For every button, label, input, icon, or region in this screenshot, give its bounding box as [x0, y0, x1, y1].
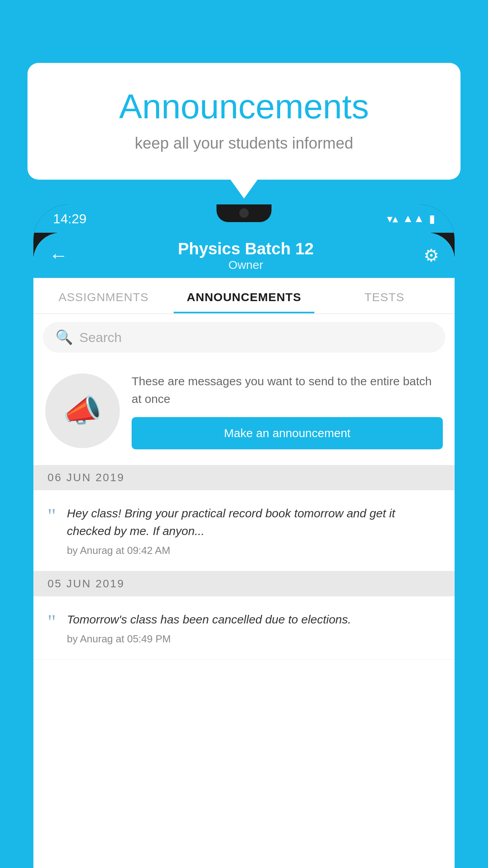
announcement-content-2: Tomorrow's class has been cancelled due …: [67, 611, 351, 645]
tab-tests[interactable]: TESTS: [314, 278, 455, 313]
announcement-text-2: Tomorrow's class has been cancelled due …: [67, 611, 351, 628]
status-bar: 14:29 ▾▴ ▲▲ ▮: [33, 204, 455, 233]
megaphone-icon: 📣: [63, 392, 102, 429]
status-time: 14:29: [53, 211, 86, 226]
announcement-promo: 📣 These are messages you want to send to…: [33, 360, 455, 465]
phone-notch: [216, 204, 272, 222]
speech-bubble: Announcements keep all your students inf…: [28, 63, 460, 180]
settings-icon[interactable]: ⚙: [424, 245, 439, 265]
quote-icon-1: ": [48, 506, 56, 526]
back-button[interactable]: ←: [49, 245, 68, 266]
bubble-title: Announcements: [59, 86, 429, 127]
search-icon: 🔍: [55, 329, 73, 346]
bubble-subtitle: keep all your students informed: [59, 134, 429, 152]
announcement-by-1: by Anurag at 09:42 AM: [67, 544, 440, 557]
tab-announcements[interactable]: ANNOUNCEMENTS: [174, 278, 314, 313]
owner-subtitle: Owner: [178, 258, 314, 272]
phone-frame: 14:29 ▾▴ ▲▲ ▮ ← Physics Batch 12 Owner ⚙…: [33, 204, 455, 868]
signal-icon: ▲▲: [403, 212, 424, 225]
announcement-item-2: " Tomorrow's class has been cancelled du…: [33, 596, 455, 660]
announcement-content-1: Hey class! Bring your practical record b…: [67, 504, 440, 557]
date-separator-2: 05 JUN 2019: [33, 571, 455, 596]
wifi-icon: ▾▴: [387, 212, 398, 225]
phone-screen: ← Physics Batch 12 Owner ⚙ ASSIGNMENTS A…: [33, 233, 455, 868]
announcement-by-2: by Anurag at 05:49 PM: [67, 633, 351, 645]
quote-icon-2: ": [48, 612, 56, 633]
battery-icon: ▮: [429, 212, 435, 225]
promo-description: These are messages you want to send to t…: [132, 372, 443, 408]
front-camera: [239, 208, 249, 218]
app-header: ← Physics Batch 12 Owner ⚙: [33, 233, 455, 278]
announcement-item-1: " Hey class! Bring your practical record…: [33, 490, 455, 571]
tabs-bar: ASSIGNMENTS ANNOUNCEMENTS TESTS: [33, 278, 455, 314]
date-separator-1: 06 JUN 2019: [33, 465, 455, 490]
make-announcement-button[interactable]: Make an announcement: [132, 417, 443, 449]
search-placeholder: Search: [79, 330, 122, 345]
tab-assignments[interactable]: ASSIGNMENTS: [33, 278, 174, 313]
promo-right: These are messages you want to send to t…: [132, 372, 443, 449]
search-bar[interactable]: 🔍 Search: [43, 322, 445, 353]
status-icons: ▾▴ ▲▲ ▮: [387, 212, 435, 225]
header-title-block: Physics Batch 12 Owner: [178, 239, 314, 272]
announcement-text-1: Hey class! Bring your practical record b…: [67, 504, 440, 540]
batch-title: Physics Batch 12: [178, 239, 314, 258]
promo-icon-circle: 📣: [45, 373, 120, 448]
